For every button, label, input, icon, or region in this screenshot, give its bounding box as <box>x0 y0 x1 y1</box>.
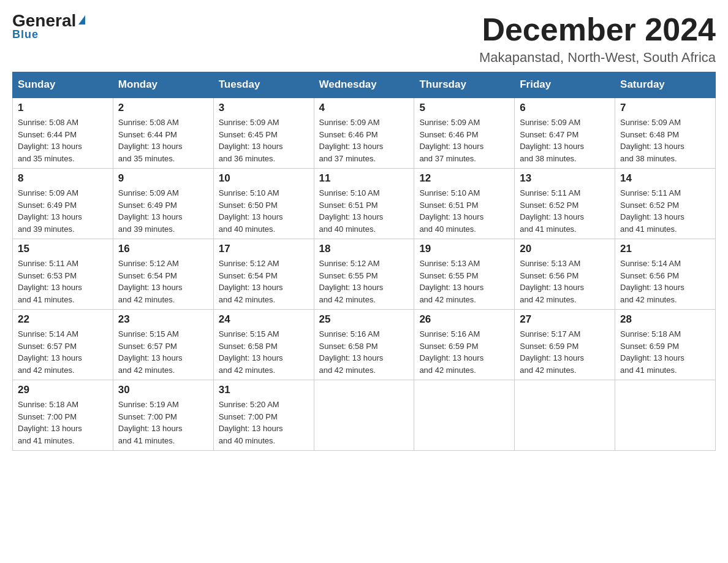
day-number: 23 <box>118 313 208 326</box>
calendar-day-cell: 26 Sunrise: 5:16 AMSunset: 6:59 PMDaylig… <box>414 310 515 380</box>
day-number: 12 <box>419 172 509 185</box>
day-info: Sunrise: 5:10 AMSunset: 6:51 PMDaylight:… <box>319 188 384 234</box>
calendar-day-cell: 3 Sunrise: 5:09 AMSunset: 6:45 PMDayligh… <box>213 98 314 169</box>
day-number: 16 <box>118 243 208 255</box>
calendar-day-cell: 25 Sunrise: 5:16 AMSunset: 6:58 PMDaylig… <box>314 310 414 380</box>
day-info: Sunrise: 5:11 AMSunset: 6:52 PMDaylight:… <box>620 188 684 234</box>
day-number: 8 <box>18 172 108 185</box>
page-title: December 2024 <box>479 12 716 47</box>
calendar-day-cell: 10 Sunrise: 5:10 AMSunset: 6:50 PMDaylig… <box>213 169 314 239</box>
day-number: 29 <box>18 384 108 396</box>
day-info: Sunrise: 5:09 AMSunset: 6:46 PMDaylight:… <box>319 118 384 163</box>
day-number: 1 <box>18 102 108 114</box>
calendar-day-cell: 27 Sunrise: 5:17 AMSunset: 6:59 PMDaylig… <box>515 310 615 380</box>
day-info: Sunrise: 5:08 AMSunset: 6:44 PMDaylight:… <box>118 118 183 163</box>
day-info: Sunrise: 5:16 AMSunset: 6:58 PMDaylight:… <box>319 329 384 375</box>
day-number: 24 <box>219 313 309 326</box>
calendar-week-row: 1 Sunrise: 5:08 AMSunset: 6:44 PMDayligh… <box>13 98 716 169</box>
day-number: 4 <box>319 102 409 114</box>
calendar-day-cell: 12 Sunrise: 5:10 AMSunset: 6:51 PMDaylig… <box>414 169 515 239</box>
calendar-day-cell: 22 Sunrise: 5:14 AMSunset: 6:57 PMDaylig… <box>13 310 113 380</box>
day-number: 10 <box>219 172 309 185</box>
day-number: 30 <box>118 384 208 396</box>
calendar-day-cell: 4 Sunrise: 5:09 AMSunset: 6:46 PMDayligh… <box>314 98 414 169</box>
day-number: 7 <box>620 102 710 114</box>
logo-blue: Blue <box>12 28 39 41</box>
day-info: Sunrise: 5:10 AMSunset: 6:51 PMDaylight:… <box>419 188 483 234</box>
day-info: Sunrise: 5:12 AMSunset: 6:55 PMDaylight:… <box>319 259 384 304</box>
page-subtitle: Makapanstad, North-West, South Africa <box>479 50 716 66</box>
day-info: Sunrise: 5:11 AMSunset: 6:53 PMDaylight:… <box>18 259 82 304</box>
day-info: Sunrise: 5:14 AMSunset: 6:57 PMDaylight:… <box>18 329 82 375</box>
day-info: Sunrise: 5:16 AMSunset: 6:59 PMDaylight:… <box>419 329 483 375</box>
day-number: 15 <box>18 243 108 255</box>
calendar-day-cell: 20 Sunrise: 5:13 AMSunset: 6:56 PMDaylig… <box>515 239 615 310</box>
page-header: General Blue December 2024 Makapanstad, … <box>12 12 716 66</box>
day-info: Sunrise: 5:15 AMSunset: 6:58 PMDaylight:… <box>219 329 283 375</box>
day-info: Sunrise: 5:08 AMSunset: 6:44 PMDaylight:… <box>18 118 82 163</box>
day-number: 14 <box>620 172 710 185</box>
calendar-day-cell <box>314 380 414 451</box>
calendar-day-cell <box>414 380 515 451</box>
calendar-day-cell: 7 Sunrise: 5:09 AMSunset: 6:48 PMDayligh… <box>615 98 716 169</box>
day-number: 20 <box>520 243 610 255</box>
calendar-day-cell: 16 Sunrise: 5:12 AMSunset: 6:54 PMDaylig… <box>113 239 213 310</box>
calendar-day-cell: 8 Sunrise: 5:09 AMSunset: 6:49 PMDayligh… <box>13 169 113 239</box>
calendar-day-cell: 14 Sunrise: 5:11 AMSunset: 6:52 PMDaylig… <box>615 169 716 239</box>
day-number: 9 <box>118 172 208 185</box>
day-number: 19 <box>419 243 509 255</box>
calendar-day-cell: 2 Sunrise: 5:08 AMSunset: 6:44 PMDayligh… <box>113 98 213 169</box>
weekday-header-tuesday: Tuesday <box>213 72 314 98</box>
day-number: 28 <box>620 313 710 326</box>
day-info: Sunrise: 5:18 AMSunset: 7:00 PMDaylight:… <box>18 400 82 445</box>
title-block: December 2024 Makapanstad, North-West, S… <box>479 12 716 66</box>
calendar-day-cell: 28 Sunrise: 5:18 AMSunset: 6:59 PMDaylig… <box>615 310 716 380</box>
day-number: 11 <box>319 172 409 185</box>
day-number: 31 <box>219 384 309 396</box>
day-info: Sunrise: 5:14 AMSunset: 6:56 PMDaylight:… <box>620 259 684 304</box>
day-number: 22 <box>18 313 108 326</box>
day-info: Sunrise: 5:13 AMSunset: 6:55 PMDaylight:… <box>419 259 483 304</box>
day-info: Sunrise: 5:12 AMSunset: 6:54 PMDaylight:… <box>219 259 283 304</box>
day-info: Sunrise: 5:09 AMSunset: 6:48 PMDaylight:… <box>620 118 684 163</box>
day-info: Sunrise: 5:09 AMSunset: 6:45 PMDaylight:… <box>219 118 283 163</box>
day-number: 2 <box>118 102 208 114</box>
day-number: 5 <box>419 102 509 114</box>
weekday-header-wednesday: Wednesday <box>314 72 414 98</box>
calendar-day-cell: 17 Sunrise: 5:12 AMSunset: 6:54 PMDaylig… <box>213 239 314 310</box>
weekday-header-monday: Monday <box>113 72 213 98</box>
calendar-day-cell: 9 Sunrise: 5:09 AMSunset: 6:49 PMDayligh… <box>113 169 213 239</box>
calendar-week-row: 15 Sunrise: 5:11 AMSunset: 6:53 PMDaylig… <box>13 239 716 310</box>
calendar-day-cell: 24 Sunrise: 5:15 AMSunset: 6:58 PMDaylig… <box>213 310 314 380</box>
day-info: Sunrise: 5:09 AMSunset: 6:46 PMDaylight:… <box>419 118 483 163</box>
calendar-week-row: 29 Sunrise: 5:18 AMSunset: 7:00 PMDaylig… <box>13 380 716 451</box>
calendar-day-cell: 23 Sunrise: 5:15 AMSunset: 6:57 PMDaylig… <box>113 310 213 380</box>
day-info: Sunrise: 5:09 AMSunset: 6:49 PMDaylight:… <box>18 188 82 234</box>
day-info: Sunrise: 5:17 AMSunset: 6:59 PMDaylight:… <box>520 329 584 375</box>
calendar-week-row: 8 Sunrise: 5:09 AMSunset: 6:49 PMDayligh… <box>13 169 716 239</box>
calendar-day-cell <box>615 380 716 451</box>
weekday-header-friday: Friday <box>515 72 615 98</box>
calendar-day-cell: 21 Sunrise: 5:14 AMSunset: 6:56 PMDaylig… <box>615 239 716 310</box>
day-number: 21 <box>620 243 710 255</box>
calendar-day-cell: 18 Sunrise: 5:12 AMSunset: 6:55 PMDaylig… <box>314 239 414 310</box>
calendar-day-cell: 31 Sunrise: 5:20 AMSunset: 7:00 PMDaylig… <box>213 380 314 451</box>
logo-triangle-icon <box>78 15 85 25</box>
day-info: Sunrise: 5:15 AMSunset: 6:57 PMDaylight:… <box>118 329 183 375</box>
calendar-table: SundayMondayTuesdayWednesdayThursdayFrid… <box>12 72 716 451</box>
day-number: 17 <box>219 243 309 255</box>
calendar-day-cell: 15 Sunrise: 5:11 AMSunset: 6:53 PMDaylig… <box>13 239 113 310</box>
calendar-day-cell: 11 Sunrise: 5:10 AMSunset: 6:51 PMDaylig… <box>314 169 414 239</box>
calendar-day-cell: 1 Sunrise: 5:08 AMSunset: 6:44 PMDayligh… <box>13 98 113 169</box>
day-number: 13 <box>520 172 610 185</box>
calendar-day-cell: 30 Sunrise: 5:19 AMSunset: 7:00 PMDaylig… <box>113 380 213 451</box>
calendar-day-cell <box>515 380 615 451</box>
day-info: Sunrise: 5:18 AMSunset: 6:59 PMDaylight:… <box>620 329 684 375</box>
calendar-day-cell: 6 Sunrise: 5:09 AMSunset: 6:47 PMDayligh… <box>515 98 615 169</box>
day-number: 3 <box>219 102 309 114</box>
day-info: Sunrise: 5:10 AMSunset: 6:50 PMDaylight:… <box>219 188 283 234</box>
day-number: 18 <box>319 243 409 255</box>
day-info: Sunrise: 5:20 AMSunset: 7:00 PMDaylight:… <box>219 400 283 445</box>
day-number: 6 <box>520 102 610 114</box>
day-info: Sunrise: 5:09 AMSunset: 6:49 PMDaylight:… <box>118 188 183 234</box>
